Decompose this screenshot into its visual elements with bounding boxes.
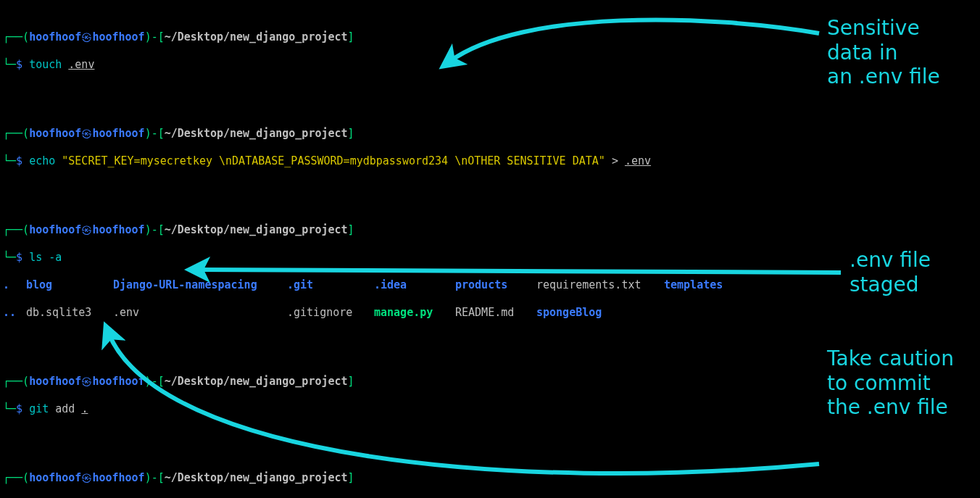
prompt-line: ┌──(hoofhoof㉿hoofhoof)-[~/Desktop/new_dj… <box>3 127 980 141</box>
cmd-touch: touch <box>29 58 62 71</box>
arg-env: .env <box>68 58 94 71</box>
cmd-git: git <box>29 402 49 415</box>
cmd-ls: ls <box>29 251 42 264</box>
annotation-sensitive-data: Sensitive data in an .env file <box>827 16 940 89</box>
prompt-ps1: $ <box>16 58 22 71</box>
prompt-bottom-glyph: └─ <box>3 58 16 71</box>
command-line: └─$ echo "SECRET_KEY=mysecretkey \nDATAB… <box>3 154 980 168</box>
command-line: └─$ ls -a <box>3 251 980 265</box>
prompt-host: hoofhoof <box>92 30 144 43</box>
ls-output-row: ..db.sqlite3.env.gitignoremanage.pyREADM… <box>3 306 980 320</box>
cmd-echo: echo <box>29 154 55 167</box>
annotation-take-caution: Take caution to commit the .env file <box>827 346 954 420</box>
arg-env: .env <box>625 154 651 167</box>
annotation-env-staged: .env file staged <box>850 248 931 296</box>
prompt-line: ┌──(hoofhoof㉿hoofhoof)-[~/Desktop/new_dj… <box>3 223 980 237</box>
arg-echo-string: "SECRET_KEY=mysecretkey \nDATABASE_PASSW… <box>62 154 605 167</box>
prompt-line: ┌──(hoofhoof㉿hoofhoof)-[~/Desktop/new_dj… <box>3 471 980 485</box>
user-host-sep-icon: ㉿ <box>81 30 92 43</box>
redirect-op: > <box>612 154 618 167</box>
arg-dot: . <box>81 402 88 415</box>
prompt-user: hoofhoof <box>29 30 81 43</box>
arg-add: add <box>55 402 75 415</box>
arg-ls-a: -a <box>49 251 62 264</box>
prompt-path: ~/Desktop/new_django_project <box>165 30 348 43</box>
prompt-top-glyph: ┌── <box>3 30 22 43</box>
ls-output-row: .blogDjango-URL-namespacing.git.ideaprod… <box>3 278 980 292</box>
